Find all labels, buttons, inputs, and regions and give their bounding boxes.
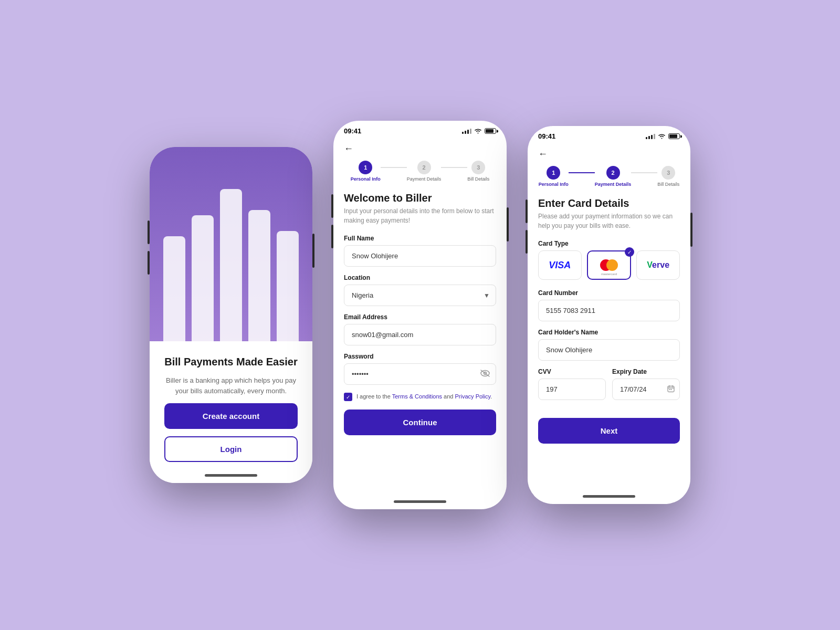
mastercard-selected-check: ✓ xyxy=(625,247,634,257)
back-button[interactable]: ← xyxy=(344,143,353,154)
home-indicator xyxy=(205,474,257,477)
verve-logo: Verve xyxy=(647,260,669,270)
status-icons xyxy=(646,133,680,139)
verve-card-type[interactable]: Verve xyxy=(636,250,680,280)
hero-section xyxy=(150,147,312,341)
card-number-group: Card Number xyxy=(538,289,680,321)
expiry-label: Expiry Date xyxy=(612,368,680,375)
status-bar: 09:41 xyxy=(528,126,690,143)
welcome-content: Bill Payments Made Easier Biller is a ba… xyxy=(150,341,312,483)
vol-up-btn xyxy=(331,194,333,218)
stripe-2 xyxy=(192,215,214,341)
welcome-screen: Bill Payments Made Easier Biller is a ba… xyxy=(150,147,312,483)
cvv-group: CVV xyxy=(538,368,606,400)
terms-prefix: I agree to the xyxy=(356,393,392,400)
verve-v: V xyxy=(647,260,652,269)
card-type-group: Card Type VISA mastercard xyxy=(538,240,680,280)
battery-icon xyxy=(485,128,496,134)
cvv-input[interactable] xyxy=(538,379,606,400)
wifi-icon xyxy=(658,133,666,139)
step-2-label: Payment Details xyxy=(407,176,442,182)
location-group: Location Nigeria ▼ xyxy=(344,274,496,306)
card-holder-label: Card Holder's Name xyxy=(538,329,680,336)
step-3-label: Bill Details xyxy=(657,182,679,187)
password-input[interactable] xyxy=(344,363,496,385)
vol-down-btn xyxy=(331,225,333,248)
mc-circle-orange xyxy=(606,259,618,271)
password-group: Password xyxy=(344,353,496,385)
terms-checkbox-row: ✓ I agree to the Terms & Conditions and … xyxy=(344,392,496,401)
registration-title: Welcome to Biller xyxy=(344,192,496,204)
step-line-2 xyxy=(631,172,657,173)
signal-icon xyxy=(462,129,471,134)
card-holder-group: Card Holder's Name xyxy=(538,329,680,361)
card-number-input[interactable] xyxy=(538,300,680,321)
card-type-container: VISA mastercard ✓ xyxy=(538,250,680,280)
card-number-label: Card Number xyxy=(538,289,680,297)
card-type-label: Card Type xyxy=(538,240,680,247)
bar-4 xyxy=(654,134,655,139)
svg-rect-7 xyxy=(669,389,670,390)
card-details-content: ← 1 Personal Info 2 Payment Details 3 xyxy=(528,143,690,504)
status-time: 09:41 xyxy=(538,132,555,140)
location-select[interactable]: Nigeria xyxy=(344,285,496,306)
power-btn xyxy=(690,213,692,247)
vol-down-btn xyxy=(526,230,528,254)
phone-card-details: 09:41 xyxy=(528,126,690,504)
battery-tip xyxy=(680,135,682,138)
battery-fill xyxy=(486,129,494,133)
stripe-3 xyxy=(220,189,242,341)
step-2-label: Payment Details xyxy=(595,182,632,187)
mastercard-card-type[interactable]: mastercard ✓ xyxy=(587,250,632,280)
card-subtitle: Please add your payment information so w… xyxy=(538,212,680,230)
step-2-circle: 2 xyxy=(417,161,431,174)
email-input[interactable] xyxy=(344,324,496,345)
password-label: Password xyxy=(344,353,496,360)
privacy-link[interactable]: Privacy Policy xyxy=(455,393,491,400)
mastercard-label: mastercard xyxy=(601,272,617,276)
visa-logo: VISA xyxy=(549,260,571,271)
bar-4 xyxy=(470,129,471,134)
progress-steps: 1 Personal Info 2 Payment Details 3 Bill… xyxy=(344,161,496,182)
card-holder-input[interactable] xyxy=(538,339,680,361)
step-line-2 xyxy=(441,167,467,168)
registration-screen: 09:41 xyxy=(333,121,507,509)
create-account-button[interactable]: Create account xyxy=(164,403,298,429)
card-details-screen: 09:41 xyxy=(528,126,690,504)
step-3: 3 Bill Details xyxy=(657,166,679,187)
phone-welcome: Bill Payments Made Easier Biller is a ba… xyxy=(150,147,312,483)
visa-card-type[interactable]: VISA xyxy=(538,250,582,280)
calendar-icon[interactable] xyxy=(667,385,675,394)
continue-button[interactable]: Continue xyxy=(344,410,496,435)
step-1-label: Personal Info xyxy=(351,176,381,182)
step-line-1 xyxy=(569,172,595,173)
location-label: Location xyxy=(344,274,496,281)
email-label: Email Address xyxy=(344,313,496,321)
step-3-circle: 3 xyxy=(662,166,675,180)
terms-text: I agree to the Terms & Conditions and Pr… xyxy=(356,392,492,401)
terms-checkbox[interactable]: ✓ xyxy=(344,393,352,401)
step-line-1 xyxy=(381,167,407,168)
wifi-icon xyxy=(474,128,482,134)
card-title: Enter Card Details xyxy=(538,197,680,209)
home-indicator xyxy=(583,495,635,498)
step-1-circle: 1 xyxy=(547,166,560,180)
status-time: 09:41 xyxy=(344,127,361,135)
step-2-circle: 2 xyxy=(606,166,620,180)
step-3-circle: 3 xyxy=(471,161,485,174)
terms-after: . xyxy=(490,393,492,400)
step-3: 3 Bill Details xyxy=(467,161,489,182)
login-button[interactable]: Login xyxy=(164,436,298,462)
step-2: 2 Payment Details xyxy=(407,161,442,182)
battery-icon xyxy=(668,133,680,139)
full-name-input[interactable] xyxy=(344,245,496,267)
next-button[interactable]: Next xyxy=(538,418,680,444)
home-indicator xyxy=(394,500,446,503)
eye-slash-icon[interactable] xyxy=(480,370,490,379)
signal-icon xyxy=(646,134,655,139)
stripe-5 xyxy=(277,231,299,341)
cvv-expiry-row: CVV Expiry Date xyxy=(538,368,680,407)
back-button[interactable]: ← xyxy=(538,149,548,160)
terms-link[interactable]: Terms & Conditions xyxy=(392,393,442,400)
progress-steps: 1 Personal Info 2 Payment Details 3 Bill… xyxy=(538,166,680,187)
